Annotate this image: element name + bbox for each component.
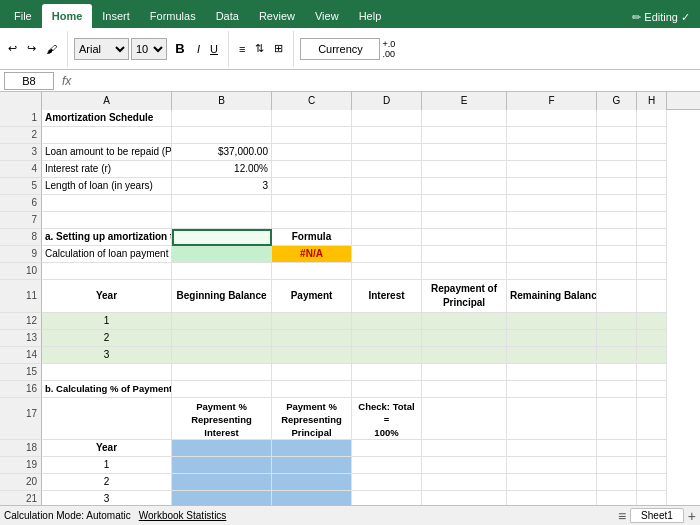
cell-e1[interactable] [422, 110, 507, 127]
edit-mode-label: ✏ Editing ✓ [622, 7, 700, 28]
add-sheet-icon: ≡ [618, 508, 626, 524]
cell-d1[interactable] [352, 110, 422, 127]
cell-a11[interactable]: Year [42, 280, 172, 313]
cell-f11[interactable]: Remaining Balance [507, 280, 597, 313]
cell-c11[interactable]: Payment [272, 280, 352, 313]
col-header-b: B [172, 92, 272, 110]
cell-a1[interactable]: Amortization Schedule [42, 110, 172, 127]
font-group: Arial 10 B I U [74, 31, 229, 67]
tab-review[interactable]: Review [249, 4, 305, 28]
ribbon-toolbar: ↩ ↪ 🖌 Arial 10 B I U ≡ ⇅ ⊞ Currency +.0 … [0, 28, 700, 70]
cell-h1[interactable] [637, 110, 667, 127]
table-row: 6 [0, 195, 700, 212]
col-header-h: H [637, 92, 667, 110]
tab-home[interactable]: Home [42, 4, 93, 28]
table-row: 16 b. Calculating % of Payment Represent… [0, 381, 700, 398]
merge-button[interactable]: ⊞ [270, 40, 287, 57]
col-header-d: D [352, 92, 422, 110]
table-row: 15 [0, 364, 700, 381]
bottom-bar: Calculation Mode: Automatic Workbook Sta… [0, 505, 700, 525]
corner-cell [0, 92, 42, 110]
cell-reference-input[interactable] [4, 72, 54, 90]
cell-d11[interactable]: Interest [352, 280, 422, 313]
cell-f1[interactable] [507, 110, 597, 127]
table-row: 1 Amortization Schedule [0, 110, 700, 127]
table-row: 9 Calculation of loan payment #N/A [0, 246, 700, 263]
cell-c9[interactable]: #N/A [272, 246, 352, 263]
cell-a9[interactable]: Calculation of loan payment [42, 246, 172, 263]
app-container: File Home Insert Formulas Data Review Vi… [0, 0, 700, 525]
cell-a16[interactable]: b. Calculating % of Payment Representing… [42, 381, 172, 398]
tab-view[interactable]: View [305, 4, 349, 28]
cell-b11[interactable]: Beginning Balance [172, 280, 272, 313]
bold-button[interactable]: B [169, 38, 191, 60]
table-row: 10 [0, 263, 700, 280]
tab-file[interactable]: File [4, 4, 42, 28]
undo-button[interactable]: ↩ [4, 40, 21, 57]
cell-e11[interactable]: Repayment ofPrincipal [422, 280, 507, 313]
cell-b9[interactable] [172, 246, 272, 263]
table-row: 8 a. Setting up amortization table Formu… [0, 229, 700, 246]
cell-a5[interactable]: Length of loan (in years) [42, 178, 172, 195]
cell-d17[interactable]: Check: Total =100% [352, 398, 422, 440]
cell-g1[interactable] [597, 110, 637, 127]
col-header-g: G [597, 92, 637, 110]
calc-mode-status: Calculation Mode: Automatic [4, 510, 131, 521]
cell-c8[interactable]: Formula [272, 229, 352, 246]
col-header-c: C [272, 92, 352, 110]
cell-c1[interactable] [272, 110, 352, 127]
sort-button[interactable]: ⇅ [251, 40, 268, 57]
tab-formulas[interactable]: Formulas [140, 4, 206, 28]
add-sheet-button[interactable]: + [688, 508, 696, 524]
table-row: 14 3 [0, 347, 700, 364]
cell-b8[interactable] [172, 229, 272, 246]
cell-b1[interactable] [172, 110, 272, 127]
table-row: 13 2 [0, 330, 700, 347]
table-row: 4 Interest rate (r) 12.00% [0, 161, 700, 178]
align-group: ≡ ⇅ ⊞ [235, 31, 294, 67]
sheet-tab[interactable]: Sheet1 [630, 508, 684, 523]
fx-label: fx [58, 74, 75, 88]
tab-help[interactable]: Help [349, 4, 392, 28]
font-selector[interactable]: Arial [74, 38, 129, 60]
col-header-e: E [422, 92, 507, 110]
cell-b5[interactable]: 3 [172, 178, 272, 195]
table-row: 2 [0, 127, 700, 144]
table-row: 5 Length of loan (in years) 3 [0, 178, 700, 195]
col-header-a: A [42, 92, 172, 110]
column-headers: A B C D E F G H [0, 92, 700, 110]
table-row: 12 1 [0, 313, 700, 330]
italic-button[interactable]: I [193, 41, 204, 57]
tab-data[interactable]: Data [206, 4, 249, 28]
decimal-buttons: +.0 .00 [382, 39, 395, 59]
number-format-dropdown[interactable]: Currency [300, 38, 380, 60]
spreadsheet: A B C D E F G H 1 Amortization Schedule [0, 92, 700, 525]
cell-a3[interactable]: Loan amount to be repaid (PV) [42, 144, 172, 161]
table-row: 3 Loan amount to be repaid (PV) $37,000.… [0, 144, 700, 161]
table-row: 19 1 [0, 457, 700, 474]
number-group: Currency +.0 .00 [300, 31, 401, 67]
tab-insert[interactable]: Insert [92, 4, 140, 28]
align-left-button[interactable]: ≡ [235, 41, 249, 57]
cell-a8[interactable]: a. Setting up amortization table [42, 229, 172, 246]
cell-a4[interactable]: Interest rate (r) [42, 161, 172, 178]
sheet-body: 1 Amortization Schedule 2 [0, 110, 700, 525]
table-row: 7 [0, 212, 700, 229]
col-header-f: F [507, 92, 597, 110]
undo-group: ↩ ↪ 🖌 [4, 31, 68, 67]
cell-c17[interactable]: Payment %RepresentingPrincipal [272, 398, 352, 440]
cell-b3[interactable]: $37,000.00 [172, 144, 272, 161]
formula-input[interactable] [79, 72, 696, 90]
workbook-stats-link[interactable]: Workbook Statistics [139, 510, 227, 521]
cell-b17[interactable]: Payment %RepresentingInterest [172, 398, 272, 440]
font-size-selector[interactable]: 10 [131, 38, 167, 60]
cell-b4[interactable]: 12.00% [172, 161, 272, 178]
paint-button[interactable]: 🖌 [42, 41, 61, 57]
redo-button[interactable]: ↪ [23, 40, 40, 57]
underline-button[interactable]: U [206, 41, 222, 57]
table-row: 17 Payment %RepresentingInterest Payment… [0, 398, 700, 440]
ribbon-tabs: File Home Insert Formulas Data Review Vi… [0, 0, 700, 28]
table-row: 20 2 [0, 474, 700, 491]
table-row: 11 Year Beginning Balance Payment Intere… [0, 280, 700, 313]
table-row: 18 Year [0, 440, 700, 457]
